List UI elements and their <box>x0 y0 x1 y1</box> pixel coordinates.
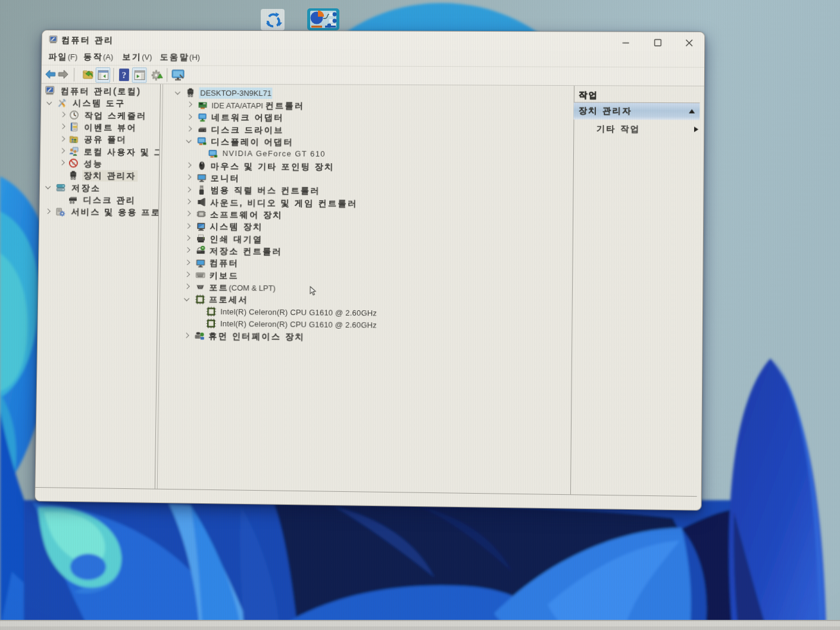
svg-text:?: ? <box>122 70 127 80</box>
